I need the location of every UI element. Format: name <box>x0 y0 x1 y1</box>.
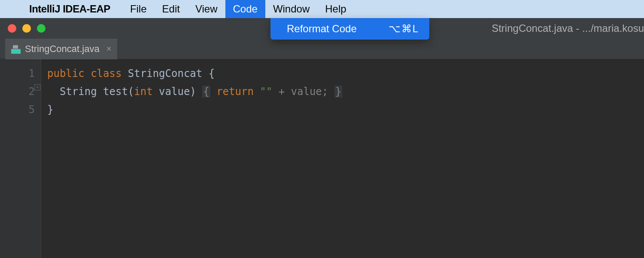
dropdown-item-shortcut: ⌥⌘L <box>389 23 419 35</box>
code-token: String test( <box>60 86 134 98</box>
code-line: String test(int value) { return "" + val… <box>47 83 342 101</box>
code-token: "" <box>260 86 272 98</box>
dropdown-item-label: Reformat Code <box>287 23 357 35</box>
window-close-button[interactable] <box>8 24 16 33</box>
code-token <box>328 86 334 98</box>
code-token: StringConcat { <box>128 68 215 80</box>
menu-code[interactable]: Code <box>225 0 265 18</box>
code-token: } <box>334 86 342 98</box>
menu-help[interactable]: Help <box>317 0 354 18</box>
code-menu-dropdown: Reformat Code ⌥⌘L <box>270 18 429 40</box>
code-token: { <box>202 86 210 98</box>
code-token: class <box>91 68 128 80</box>
code-token: int <box>134 86 159 98</box>
traffic-lights <box>0 24 46 33</box>
code-token: } <box>47 104 53 116</box>
menu-item-reformat-code[interactable]: Reformat Code ⌥⌘L <box>270 18 429 40</box>
code-token: + value; <box>272 86 328 98</box>
editor-tabbar: StringConcat.java × <box>0 39 644 59</box>
fold-expand-icon[interactable]: + <box>34 84 40 90</box>
window-title: StringConcat.java - .../maria.kosu <box>492 22 644 34</box>
window-minimize-button[interactable] <box>22 24 31 33</box>
editor-tab-stringconcat[interactable]: StringConcat.java × <box>5 39 117 59</box>
line-number: 1 <box>0 64 35 83</box>
tab-close-icon[interactable]: × <box>106 44 112 54</box>
code-line: } <box>47 101 342 119</box>
menu-file[interactable]: File <box>122 0 155 18</box>
tab-label: StringConcat.java <box>25 43 100 55</box>
menu-edit[interactable]: Edit <box>155 0 188 18</box>
line-number: 5 <box>0 101 35 119</box>
app-name[interactable]: IntelliJ IDEA-EAP <box>29 3 110 15</box>
code-line: public class StringConcat { <box>47 64 342 83</box>
code-token: public <box>47 68 91 80</box>
code-token: value) <box>159 86 202 98</box>
macos-menubar: IntelliJ IDEA-EAP File Edit View Code Wi… <box>0 0 644 18</box>
code-editor[interactable]: 1 2 5 + public class StringConcat { Stri… <box>0 59 644 258</box>
code-token: return <box>216 86 260 98</box>
menu-window[interactable]: Window <box>265 0 317 18</box>
line-number: 2 <box>0 83 35 101</box>
code-token <box>210 86 216 98</box>
window-maximize-button[interactable] <box>37 24 46 33</box>
menu-view[interactable]: View <box>188 0 225 18</box>
java-file-icon <box>11 44 21 54</box>
line-number-gutter: 1 2 5 + <box>0 59 41 258</box>
code-area[interactable]: public class StringConcat { String test(… <box>41 59 342 258</box>
